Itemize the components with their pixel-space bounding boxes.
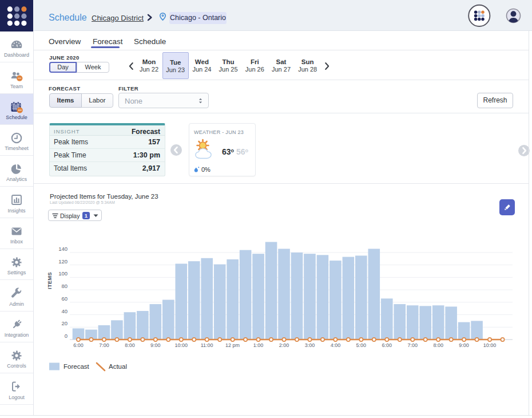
- svg-text:60: 60: [61, 295, 68, 302]
- svg-text:4:00: 4:00: [331, 342, 341, 348]
- svg-text:120: 120: [58, 258, 68, 265]
- svg-text:11:00: 11:00: [201, 342, 213, 348]
- svg-text:7:00: 7:00: [407, 342, 418, 348]
- svg-text:1:00: 1:00: [253, 342, 264, 348]
- svg-text:0: 0: [65, 333, 68, 339]
- svg-text:8:00: 8:00: [125, 342, 135, 348]
- svg-text:140: 140: [58, 246, 68, 252]
- svg-text:40: 40: [61, 308, 68, 314]
- svg-text:ITEMS: ITEMS: [47, 272, 53, 289]
- svg-text:5:00: 5:00: [356, 342, 367, 348]
- svg-text:3:00: 3:00: [305, 342, 315, 348]
- svg-text:9:00: 9:00: [459, 342, 469, 348]
- svg-text:Actual: Actual: [109, 363, 127, 370]
- svg-text:2:00: 2:00: [279, 342, 289, 348]
- svg-text:100: 100: [58, 270, 68, 277]
- svg-text:10:00: 10:00: [175, 342, 188, 348]
- svg-text:Forecast: Forecast: [63, 363, 90, 370]
- svg-text:6:00: 6:00: [73, 342, 84, 348]
- svg-text:10:00: 10:00: [483, 342, 497, 348]
- svg-text:12 pm: 12 pm: [225, 342, 240, 348]
- svg-text:7:00: 7:00: [99, 342, 109, 348]
- svg-text:8:00: 8:00: [433, 342, 443, 348]
- svg-text:6:00: 6:00: [382, 342, 392, 348]
- svg-text:80: 80: [61, 283, 68, 289]
- svg-text:20: 20: [61, 320, 68, 326]
- svg-text:9:00: 9:00: [150, 342, 161, 348]
